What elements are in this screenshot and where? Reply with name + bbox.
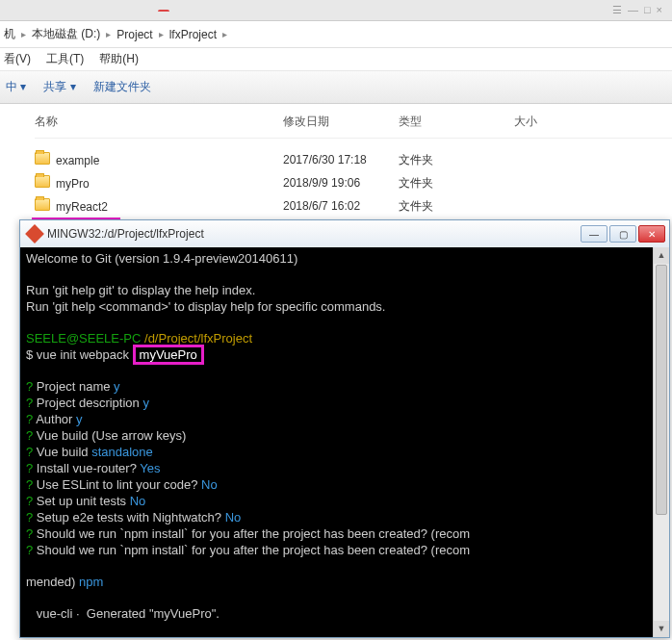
- scroll-thumb[interactable]: [656, 265, 667, 515]
- file-name: example: [56, 154, 99, 167]
- scroll-up-icon[interactable]: ▲: [654, 247, 669, 264]
- close-icon[interactable]: ×: [657, 4, 662, 16]
- terminal-titlebar[interactable]: MINGW32:/d/Project/lfxProject — ▢ ✕: [20, 220, 669, 247]
- term-ans: standalone: [91, 445, 153, 459]
- term-ans: Yes: [140, 461, 160, 475]
- term-ans: (Use arrow keys): [91, 428, 186, 443]
- term-line: Should we run `npm install` for you afte…: [33, 543, 470, 557]
- tb-share[interactable]: 共享 ▾: [43, 79, 75, 95]
- term-user: SEELE@SEELE-PC: [26, 331, 144, 346]
- folder-icon: [35, 175, 50, 188]
- min-icon[interactable]: —: [628, 4, 638, 16]
- crumb-project[interactable]: Project: [116, 28, 152, 41]
- term-line: Welcome to Git (version 1.9.4-preview201…: [26, 251, 297, 266]
- crumb-drive[interactable]: 本地磁盘 (D:): [32, 26, 100, 42]
- file-row[interactable]: example 2017/6/30 17:18 文件夹: [35, 148, 672, 171]
- window-buttons: — ▢ ✕: [581, 225, 665, 243]
- browser-tab-strip: ☰ — □ ×: [0, 0, 672, 21]
- term-ans: y: [142, 396, 149, 410]
- tb-organize[interactable]: 中 ▾: [6, 79, 26, 95]
- term-ans: No: [201, 477, 218, 492]
- tb-newfolder[interactable]: 新建文件夹: [93, 79, 151, 95]
- file-name: myReact2: [56, 200, 108, 214]
- file-name: myPro: [56, 177, 90, 191]
- file-date: 2018/9/9 19:06: [283, 176, 399, 190]
- file-header: 名称 修改日期 类型 大小: [35, 114, 672, 139]
- col-date[interactable]: 修改日期: [283, 114, 399, 130]
- file-type: 文件夹: [399, 175, 514, 192]
- term-line: mended): [26, 575, 79, 589]
- term-line: Project name: [33, 379, 114, 394]
- term-ans: y: [114, 379, 120, 394]
- term-line: Use ESLint to lint your code?: [33, 477, 201, 492]
- term-path: /d/Project/lfxProject: [144, 331, 252, 346]
- term-line: Author: [33, 412, 76, 426]
- scroll-down-icon[interactable]: ▼: [654, 621, 669, 637]
- term-line: Run 'git help <command>' to display help…: [26, 299, 385, 314]
- term-ans: y: [76, 412, 83, 426]
- term-line: Vue build: [33, 445, 91, 459]
- scrollbar[interactable]: ▲ ▼: [653, 247, 669, 637]
- menu-tools[interactable]: 工具(T): [46, 51, 84, 67]
- col-size[interactable]: 大小: [514, 114, 591, 130]
- file-row[interactable]: myReact2 2018/6/7 16:02 文件夹: [35, 194, 672, 218]
- crumb-lfxproject[interactable]: lfxProject: [169, 28, 217, 41]
- terminal-body[interactable]: Welcome to Git (version 1.9.4-preview201…: [20, 247, 669, 640]
- menu-icon[interactable]: ☰: [612, 4, 622, 16]
- file-date: 2017/6/30 17:18: [283, 153, 399, 166]
- chevron-right-icon: ▸: [159, 29, 164, 39]
- toolbar: 中 ▾ 共享 ▾ 新建文件夹: [0, 71, 672, 104]
- file-row[interactable]: myPro 2018/9/9 19:06 文件夹: [35, 171, 672, 194]
- tab-controls: ☰ — □ ×: [612, 4, 668, 16]
- term-line: Run 'git help git' to display the help i…: [26, 283, 255, 297]
- term-line: Set up unit tests: [33, 494, 129, 508]
- max-icon[interactable]: □: [644, 4, 651, 16]
- chevron-right-icon: ▸: [21, 29, 26, 39]
- menubar: 看(V) 工具(T) 帮助(H): [0, 48, 672, 71]
- term-line: Should we run `npm install` for you afte…: [33, 526, 470, 541]
- highlight-arg: myVuePro: [133, 345, 204, 365]
- term-line: vue-cli · Generated "myVuePro".: [26, 606, 220, 621]
- menu-view[interactable]: 看(V): [4, 51, 31, 67]
- term-line: Install vue-router?: [33, 461, 140, 475]
- col-type[interactable]: 类型: [399, 114, 514, 130]
- folder-icon: [35, 152, 50, 165]
- file-type: 文件夹: [399, 198, 514, 215]
- term-ans: No: [225, 510, 242, 525]
- term-ans: npm: [79, 575, 103, 589]
- browser-tab[interactable]: [158, 10, 169, 12]
- terminal-window: MINGW32:/d/Project/lfxProject — ▢ ✕ Welc…: [19, 219, 670, 638]
- file-type: 文件夹: [399, 152, 514, 168]
- git-icon: [25, 224, 44, 243]
- breadcrumb[interactable]: 机 ▸ 本地磁盘 (D:) ▸ Project ▸ lfxProject ▸: [0, 21, 672, 48]
- term-cmd: $ vue init webpack: [26, 347, 133, 362]
- col-name[interactable]: 名称: [35, 114, 283, 130]
- menu-help[interactable]: 帮助(H): [99, 51, 139, 67]
- chevron-right-icon: ▸: [106, 29, 111, 39]
- chevron-right-icon: ▸: [222, 29, 227, 39]
- term-line: Vue build: [33, 428, 91, 443]
- folder-icon: [35, 198, 50, 211]
- term-line: Setup e2e tests with Nightwatch?: [33, 510, 224, 525]
- maximize-button[interactable]: ▢: [609, 225, 636, 243]
- minimize-button[interactable]: —: [581, 225, 607, 243]
- term-ans: No: [130, 494, 146, 508]
- terminal-title: MINGW32:/d/Project/lfxProject: [47, 227, 204, 241]
- close-button[interactable]: ✕: [638, 225, 665, 243]
- term-line: Project description: [33, 396, 142, 410]
- crumb-computer[interactable]: 机: [4, 26, 15, 42]
- file-date: 2018/6/7 16:02: [283, 199, 399, 213]
